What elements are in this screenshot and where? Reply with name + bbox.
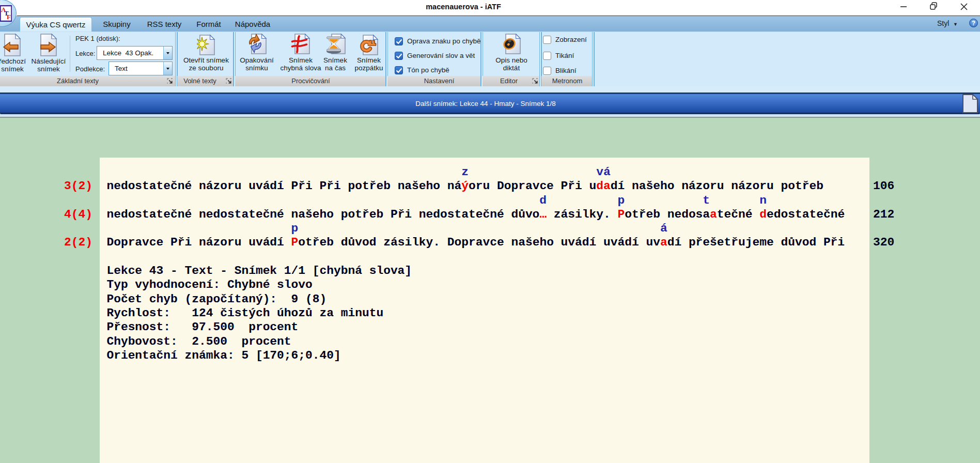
svg-text:F: F bbox=[7, 13, 11, 21]
